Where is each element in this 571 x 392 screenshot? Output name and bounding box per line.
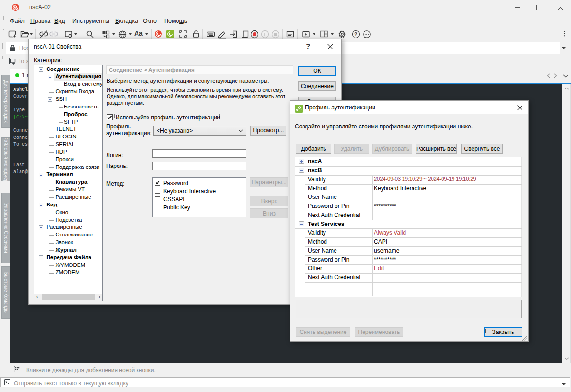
svg-text:?: ?	[354, 32, 357, 37]
